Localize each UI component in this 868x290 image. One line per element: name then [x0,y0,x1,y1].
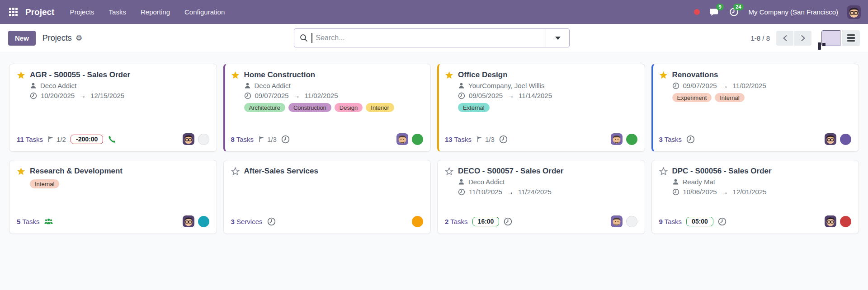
kanban-card[interactable]: DPC - S00056 - Sales OrderReady Mat10/06… [651,160,859,234]
menu-tasks[interactable]: Tasks [109,8,126,16]
assignee-avatar[interactable] [183,133,194,145]
project-status-indicator[interactable] [198,216,209,227]
project-status-indicator[interactable] [840,216,851,227]
gear-icon[interactable]: ⚙ [75,33,82,43]
priority-flag: 1/3 [258,136,277,143]
tag-pill: Architecture [244,103,285,112]
clock-icon[interactable] [499,135,508,144]
clock-icon[interactable] [504,217,512,226]
new-button[interactable]: New [8,31,36,46]
project-status-indicator[interactable] [198,134,209,145]
kanban-card[interactable]: DECO - S00057 - Sales OrderDeco Addict11… [437,160,645,234]
task-count-label: Tasks [235,136,254,143]
menu-reporting[interactable]: Reporting [141,8,170,16]
assignee-avatar[interactable] [611,215,623,227]
project-status-indicator[interactable] [412,216,423,227]
menu-projects[interactable]: Projects [70,8,94,16]
kanban-icon [818,42,826,50]
control-panel: New Projects ⚙ 1-8 / 8 [0,24,868,52]
assignee-avatar[interactable] [825,133,836,145]
project-status-indicator[interactable] [840,134,851,145]
search-input[interactable] [316,34,541,42]
list-icon [847,34,855,42]
task-count[interactable]: 2 Tasks [445,218,468,225]
star-filled-icon[interactable] [231,71,240,80]
card-title: DECO - S00057 - Sales Order [458,167,563,176]
task-count[interactable]: 5 Tasks [17,218,40,225]
customer-name: Deco Addict [40,82,76,89]
assignee-avatar[interactable] [183,215,194,227]
assignee-avatar[interactable] [825,215,836,227]
clock-icon[interactable] [718,217,726,226]
assignee-avatar[interactable] [396,133,408,145]
star-filled-icon[interactable] [17,167,25,176]
kanban-card[interactable]: Renovations09/07/2025→11/02/2025Experime… [651,64,859,152]
kanban-card[interactable]: After-Sales Services3 Services [223,160,431,234]
clock-icon[interactable] [686,135,695,144]
activities-clock-icon[interactable]: 24 [729,7,740,18]
card-title: DPC - S00056 - Sales Order [672,167,772,176]
star-outline-icon[interactable] [445,167,453,176]
star-filled-icon[interactable] [445,71,453,80]
company-name[interactable]: My Company (San Francisco) [749,8,838,16]
person-icon [244,82,251,89]
clock-icon [672,82,679,89]
page-title: Projects [42,33,72,43]
card-title: AGR - S00055 - Sales Order [30,70,130,80]
task-count[interactable]: 9 Tasks [659,218,682,225]
pager-next-button[interactable] [794,31,811,46]
clock-icon[interactable] [267,217,276,226]
search-icon [300,34,308,42]
date-end: 11/24/2025 [518,188,552,196]
kanban-card[interactable]: Home ConstructionDeco Addict09/07/2025→1… [223,64,431,152]
apps-grid-icon[interactable] [7,6,19,18]
messages-icon[interactable]: 9 [709,7,720,18]
tag-pill: Experiment [672,93,712,102]
clock-icon[interactable] [281,135,290,144]
customer-name: Deco Addict [468,178,505,186]
flag-ratio: 1/3 [267,136,277,143]
project-status-indicator[interactable] [626,216,637,227]
arrow-right-icon: → [722,188,728,196]
task-count[interactable]: 11 Tasks [17,136,43,143]
tag-pill: Design [335,103,363,112]
task-count-label: Tasks [453,136,472,143]
customer-name: Deco Addict [255,82,291,89]
tag-pill: Internal [715,93,744,102]
task-count[interactable]: 8 Tasks [231,136,254,143]
list-view-button[interactable] [842,30,860,46]
task-count[interactable]: 3 Services [231,218,263,225]
kanban-card[interactable]: Office DesignYourCompany, Joel Willis09/… [437,64,645,152]
star-filled-icon[interactable] [659,71,668,80]
menu-configuration[interactable]: Configuration [184,8,225,16]
pager-previous-button[interactable] [776,31,793,46]
hours-badge: 05:00 [686,217,713,226]
chevron-down-icon [555,37,561,40]
kanban-card[interactable]: AGR - S00055 - Sales OrderDeco Addict10/… [9,64,217,152]
hours-badge: 16:00 [472,217,500,226]
flag-icon [47,136,54,143]
group-icon[interactable] [44,217,53,226]
phone-icon[interactable] [108,135,116,144]
user-avatar[interactable] [847,5,861,19]
task-count[interactable]: 3 Tasks [659,136,682,143]
project-status-indicator[interactable] [626,134,637,145]
pager-range: 1-8 / 8 [750,34,770,42]
kanban-view-button[interactable] [821,30,840,46]
date-end: 12/01/2025 [733,188,767,196]
star-filled-icon[interactable] [17,71,25,80]
priority-flag: 1/3 [476,136,495,143]
search-dropdown-toggle[interactable] [546,29,569,47]
kanban-card[interactable]: Research & DevelopmentInternal5 Tasks [9,160,217,234]
card-title: Home Construction [244,70,316,80]
flag-icon [258,136,265,143]
task-count[interactable]: 13 Tasks [445,136,472,143]
app-name[interactable]: Project [25,7,54,17]
date-start: 09/07/2025 [255,92,289,99]
project-status-indicator[interactable] [412,134,423,145]
star-outline-icon[interactable] [659,167,668,176]
activities-badge: 24 [733,4,743,11]
assignee-avatar[interactable] [611,133,623,145]
star-outline-icon[interactable] [231,167,240,176]
task-count-label: Tasks [448,218,467,225]
